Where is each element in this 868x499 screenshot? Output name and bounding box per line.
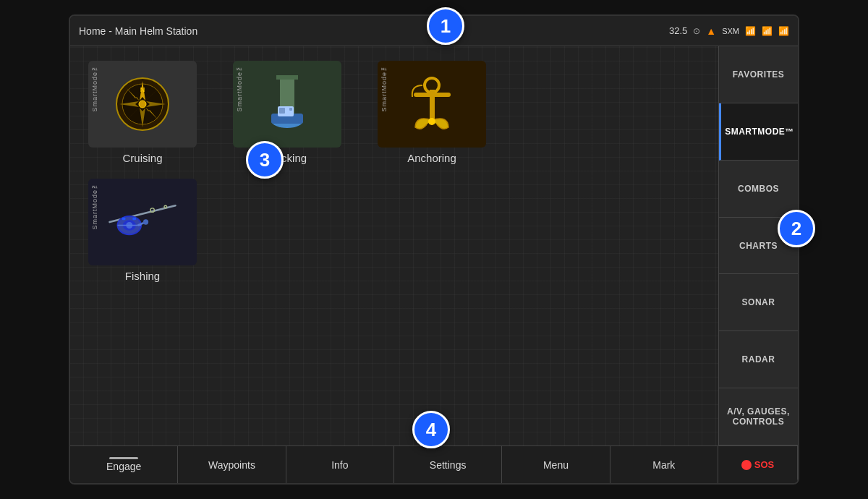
svg-text:N: N xyxy=(140,86,145,93)
svg-point-10 xyxy=(139,101,146,108)
sos-icon: SOS xyxy=(741,459,774,470)
docking-card-image: SmartMode™ xyxy=(233,61,341,148)
gps-icon: ⊙ xyxy=(693,26,700,36)
docking-card[interactable]: SmartMode™ Docking xyxy=(229,61,345,164)
anchoring-card-image: SmartMode™ xyxy=(378,61,486,148)
svg-rect-13 xyxy=(276,75,298,80)
signal-bars-1-icon: 📶 xyxy=(762,26,773,36)
boat-icon xyxy=(262,72,312,137)
header-title: Home - Main Helm Station xyxy=(79,25,197,37)
main-content-area: SmartMode™ xyxy=(70,46,798,445)
sxm-label: SXM xyxy=(722,27,739,35)
svg-point-22 xyxy=(428,118,435,125)
sidebar-item-av-gauges[interactable]: A/V, GAUGES, CONTROLS xyxy=(719,388,798,445)
anchoring-smartmode-label: SmartMode™ xyxy=(380,64,388,112)
garmin-icon: ▲ xyxy=(706,25,716,37)
sidebar-item-favorites[interactable]: FAVORITES xyxy=(719,46,798,103)
docking-smartmode-label: SmartMode™ xyxy=(236,64,243,112)
cruising-card-title: Cruising xyxy=(122,152,162,164)
callout-3: 3 xyxy=(246,141,284,179)
anchoring-card-title: Anchoring xyxy=(407,152,456,164)
callout-2: 2 xyxy=(778,210,815,247)
cruising-card[interactable]: SmartMode™ xyxy=(85,61,200,164)
status-bar: 32.5 ⊙ ▲ SXM 📶 📶 📶 xyxy=(669,25,789,37)
fishing-card-image: SmartMode™ xyxy=(88,179,197,265)
bottom-toolbar: Engage Waypoints Info Settings Menu Mark… xyxy=(70,445,798,483)
speed-display: 32.5 xyxy=(669,25,687,36)
anchor-svg-icon xyxy=(405,75,459,133)
signal-wifi-icon: 📶 xyxy=(745,26,756,36)
svg-rect-32 xyxy=(122,218,126,221)
mark-button[interactable]: Mark xyxy=(610,446,718,483)
cruising-smartmode-label: SmartMode™ xyxy=(91,64,98,112)
svg-point-30 xyxy=(164,205,167,208)
sidebar-item-combos[interactable]: COMBOS xyxy=(719,161,798,218)
svg-rect-21 xyxy=(430,90,435,120)
svg-rect-18 xyxy=(289,108,292,111)
svg-rect-33 xyxy=(132,218,136,221)
waypoints-button[interactable]: Waypoints xyxy=(178,446,286,483)
sos-circle-icon xyxy=(741,460,752,470)
fishing-reel-icon xyxy=(106,197,179,247)
right-sidebar: FAVORITES SMARTMODE™ COMBOS CHARTS SONAR… xyxy=(718,46,798,445)
anchoring-card[interactable]: SmartMode™ xyxy=(374,61,490,164)
cruising-card-image: SmartMode™ xyxy=(88,61,197,148)
sidebar-item-radar[interactable]: RADAR xyxy=(719,331,798,388)
sidebar-item-smartmode[interactable]: SMARTMODE™ xyxy=(719,103,798,161)
sidebar-item-sonar[interactable]: SONAR xyxy=(719,274,798,331)
fishing-smartmode-label: SmartMode™ xyxy=(91,182,98,230)
engage-button[interactable]: Engage xyxy=(70,446,178,483)
info-button[interactable]: Info xyxy=(286,446,394,483)
callout-1: 1 xyxy=(427,7,464,45)
svg-point-28 xyxy=(143,219,148,224)
engage-line-icon xyxy=(109,457,138,459)
smartmode-grid: SmartMode™ xyxy=(70,46,718,445)
settings-button[interactable]: Settings xyxy=(394,446,502,483)
menu-button[interactable]: Menu xyxy=(502,446,610,483)
svg-rect-17 xyxy=(279,108,285,114)
sos-button[interactable]: SOS xyxy=(718,446,798,483)
fishing-card-title: Fishing xyxy=(125,270,160,282)
fishing-card[interactable]: SmartMode™ xyxy=(85,179,200,282)
signal-bars-2-icon: 📶 xyxy=(778,26,789,36)
compass-icon: N xyxy=(114,75,171,133)
callout-4: 4 xyxy=(412,411,450,448)
